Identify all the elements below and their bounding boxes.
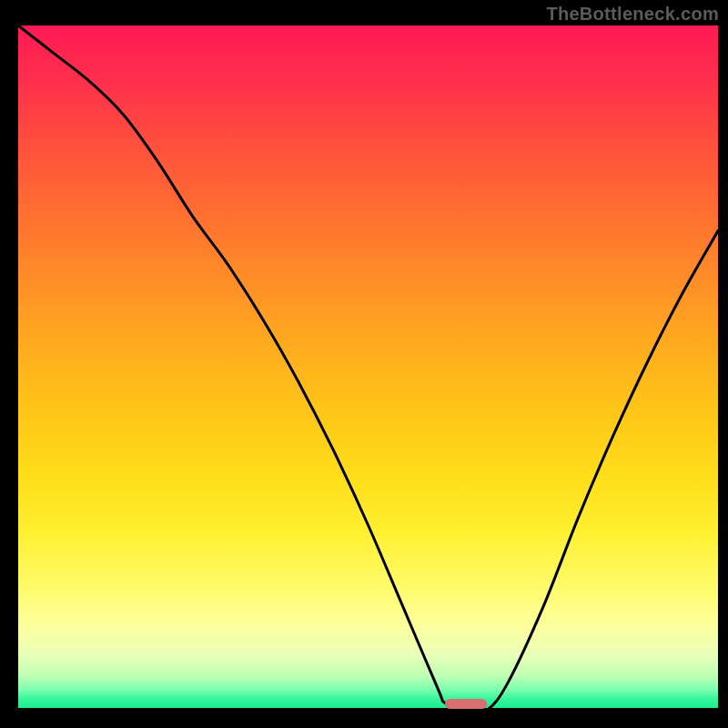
baseline [18,708,718,710]
curve-layer [18,25,718,710]
watermark-text: TheBottleneck.com [546,4,719,25]
bottleneck-curve [18,25,718,710]
chart-frame: TheBottleneck.com [0,0,728,728]
plot-area [18,25,718,710]
optimal-marker [445,699,487,709]
